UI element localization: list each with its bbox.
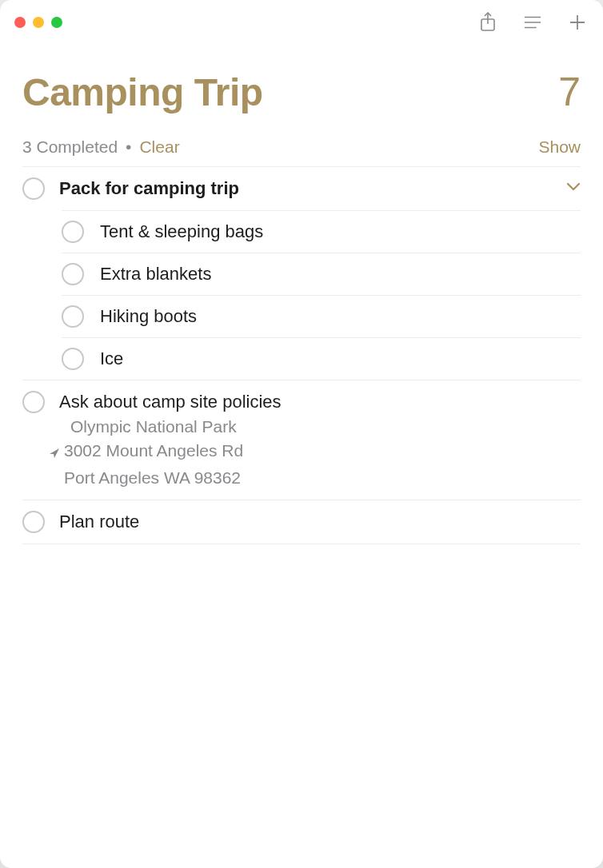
- complete-toggle[interactable]: [62, 263, 84, 285]
- subtask-title[interactable]: Tent & sleeping bags: [100, 221, 263, 242]
- traffic-lights: [14, 17, 62, 28]
- subtask-row[interactable]: Ice: [62, 337, 581, 380]
- completed-count-text: 3 Completed: [22, 137, 118, 157]
- reminder-row[interactable]: Ask about camp site policies Olympic Nat…: [22, 380, 581, 500]
- complete-toggle[interactable]: [22, 391, 45, 413]
- reminder-location: Olympic National Park 3002 Mount Angeles…: [64, 415, 581, 489]
- reminder-row[interactable]: Plan route: [22, 500, 581, 543]
- subtask-title[interactable]: Ice: [100, 348, 123, 369]
- titlebar: [0, 0, 603, 45]
- list-view-icon[interactable]: [523, 13, 542, 32]
- close-window-button[interactable]: [14, 17, 26, 28]
- location-name: Olympic National Park: [70, 415, 581, 439]
- subtask-title[interactable]: Extra blankets: [100, 264, 211, 285]
- location-arrow-icon: [48, 442, 61, 466]
- list-header: Camping Trip 7: [0, 45, 603, 123]
- subtask-list: Tent & sleeping bags Extra blankets Hiki…: [62, 210, 581, 380]
- share-icon[interactable]: [478, 13, 497, 32]
- location-street: 3002 Mount Angeles Rd: [64, 439, 243, 463]
- reminder-row[interactable]: Pack for camping trip: [22, 167, 581, 210]
- reminder-title[interactable]: Plan route: [59, 510, 581, 534]
- subtask-row[interactable]: Extra blankets: [62, 253, 581, 295]
- chevron-down-icon[interactable]: [566, 180, 581, 194]
- location-city: Port Angeles WA 98362: [64, 466, 581, 490]
- reminder-item: Pack for camping trip Tent & sleeping ba…: [22, 167, 581, 380]
- complete-toggle[interactable]: [62, 348, 84, 370]
- list-title: Camping Trip: [22, 70, 263, 114]
- completed-summary: 3 Completed • Clear: [22, 137, 180, 157]
- separator-dot: •: [126, 137, 131, 157]
- maximize-window-button[interactable]: [51, 17, 62, 28]
- add-reminder-icon[interactable]: [568, 13, 587, 32]
- reminder-title[interactable]: Pack for camping trip: [59, 177, 581, 201]
- reminders-list: Pack for camping trip Tent & sleeping ba…: [0, 167, 603, 544]
- clear-button[interactable]: Clear: [139, 137, 179, 157]
- window: Camping Trip 7 3 Completed • Clear Show …: [0, 0, 603, 868]
- complete-toggle[interactable]: [62, 221, 84, 243]
- complete-toggle[interactable]: [62, 305, 84, 328]
- minimize-window-button[interactable]: [33, 17, 44, 28]
- subtask-title[interactable]: Hiking boots: [100, 306, 197, 327]
- complete-toggle[interactable]: [22, 511, 45, 533]
- complete-toggle[interactable]: [22, 177, 45, 200]
- subtask-row[interactable]: Tent & sleeping bags: [62, 210, 581, 253]
- reminder-count: 7: [558, 69, 581, 115]
- subtask-row[interactable]: Hiking boots: [62, 295, 581, 337]
- show-completed-button[interactable]: Show: [538, 137, 581, 157]
- reminder-title[interactable]: Ask about camp site policies: [59, 390, 581, 414]
- toolbar-right: [478, 0, 587, 45]
- subheader: 3 Completed • Clear Show: [0, 123, 603, 166]
- reminder-item: Plan route: [22, 500, 581, 544]
- reminder-item: Ask about camp site policies Olympic Nat…: [22, 380, 581, 500]
